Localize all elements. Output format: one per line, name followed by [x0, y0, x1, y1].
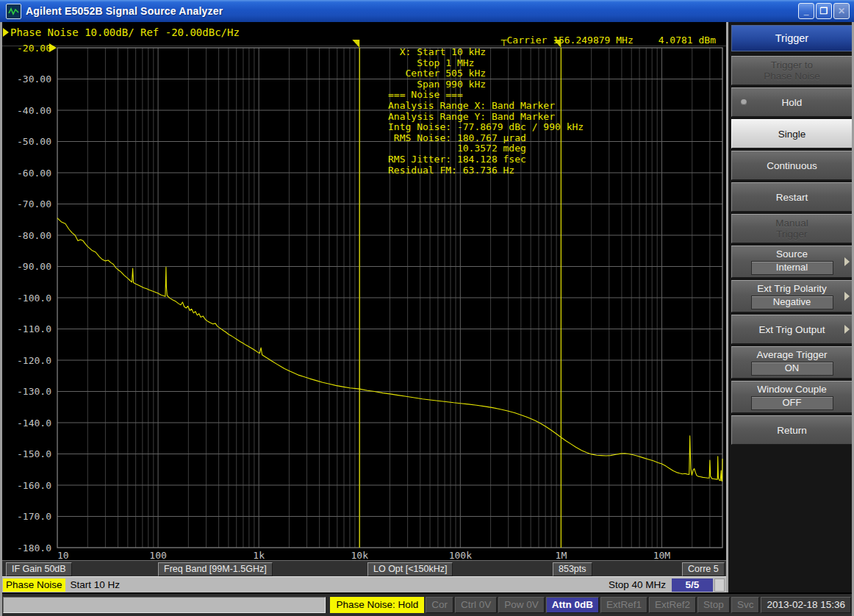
indicator-stop: Stop	[697, 597, 730, 613]
active-dot-icon	[741, 99, 747, 105]
softkey-return[interactable]: Return	[731, 415, 853, 445]
softkey-source[interactable]: SourceInternal	[731, 246, 853, 278]
instrument-screen: Phase Noise 10.00dB/ Ref -20.00dBc/Hz ┬C…	[0, 22, 726, 592]
measurement-status-strip: IF Gain 50dBFreq Band [99M-1.5GHz]LO Opt…	[0, 560, 726, 577]
softkey-average-trigger[interactable]: Average TriggerON	[731, 346, 853, 379]
y-tick-label: -50.00	[17, 136, 51, 147]
ref-level-arrow-icon	[49, 43, 57, 52]
close-button: ✕	[833, 3, 850, 19]
softkey-label: Window Couple	[757, 384, 827, 395]
softkey-trigger-to-phase-noise: Trigger to Phase Noise	[731, 56, 853, 85]
window-controls: _❐✕	[798, 3, 850, 19]
y-tick-label: -80.00	[17, 230, 51, 241]
softkey-restart[interactable]: Restart	[731, 182, 853, 212]
y-tick-label: -30.00	[17, 74, 51, 85]
softkey-manual-trigger: Manual Trigger	[731, 214, 853, 243]
y-tick-label: -70.00	[17, 198, 51, 209]
status-freq-band-99m-1-5ghz: Freq Band [99M-1.5GHz]	[158, 562, 273, 576]
window-edge-left	[0, 22, 2, 616]
status-corre-5: Corre 5	[682, 562, 725, 576]
minimize-button[interactable]: _	[798, 3, 814, 19]
indicator-2013-02-18-15-36: 2013-02-18 15:36	[761, 597, 851, 613]
status-lo-opt-150khz: LO Opt [<150kHz]	[367, 562, 453, 576]
submenu-arrow-icon	[844, 292, 850, 301]
x-tick-label: 100	[149, 550, 166, 561]
indicator-cor: Cor	[426, 597, 453, 613]
x-tick-label: 10k	[351, 550, 368, 561]
softkey-label: Hold	[782, 97, 803, 108]
page-indicator-spacer	[714, 579, 725, 592]
y-tick-label: -170.0	[17, 511, 51, 522]
plot-canvas: -20.00-30.00-40.00-50.00-60.00-70.00-80.…	[0, 24, 726, 563]
active-mode-badge: Phase Noise	[3, 579, 65, 592]
sweep-stop-label: Stop 40 MHz	[609, 579, 666, 590]
y-tick-label: -180.0	[17, 542, 51, 554]
indicator-svc: Svc	[731, 597, 760, 613]
y-tick-label: -130.0	[17, 386, 51, 397]
status-if-gain-50db: IF Gain 50dB	[6, 562, 72, 576]
window-title: Agilent E5052B Signal Source Analyzer	[26, 5, 223, 17]
softkey-label: Manual Trigger	[775, 218, 808, 240]
app-icon	[6, 4, 21, 19]
indicator-ctrl-0v: Ctrl 0V	[455, 597, 497, 613]
window-titlebar: Agilent E5052B Signal Source Analyzer _❐…	[0, 0, 854, 22]
x-tick-label: 100k	[449, 550, 472, 561]
submenu-arrow-icon	[844, 257, 850, 266]
softkey-value: OFF	[751, 396, 833, 410]
y-tick-label: -40.00	[17, 105, 51, 116]
page-indicator: 5/5	[672, 579, 713, 592]
band-marker-band-marker-start-10-khz[interactable]	[352, 40, 359, 548]
sweep-start-label: Start 10 Hz	[71, 579, 121, 590]
phase-noise-plot: -20.00-30.00-40.00-50.00-60.00-70.00-80.…	[0, 24, 726, 563]
x-tick-label: 1M	[556, 550, 567, 561]
submenu-arrow-icon	[844, 325, 850, 334]
softkey-menu: Trigger Trigger to Phase NoiseHoldSingle…	[726, 22, 854, 592]
softkey-label: Trigger to Phase Noise	[764, 60, 820, 82]
status-taskbar: Phase Noise: HoldCorCtrl 0VPow 0VAttn 0d…	[0, 594, 854, 616]
indicator-extref2: ExtRef2	[649, 597, 696, 613]
softkey-ext-trig-output[interactable]: Ext Trig Output	[731, 315, 853, 344]
softkey-label: Ext Trig Output	[758, 324, 825, 335]
softkey-label: Return	[777, 425, 807, 436]
y-tick-label: -140.0	[17, 418, 51, 429]
softkey-label: Continuous	[767, 160, 817, 171]
x-tick-label: 10	[57, 550, 69, 561]
status-853pts: 853pts	[553, 562, 592, 576]
indicator-extref1: ExtRef1	[600, 597, 647, 613]
y-tick-label: -120.0	[17, 355, 51, 366]
restore-button[interactable]: ❐	[816, 3, 832, 19]
noise-analysis-text: X: Start 10 kHz Stop 1 MHz Center 505 kH…	[388, 47, 584, 176]
softkey-label: Ext Trig Polarity	[757, 283, 827, 294]
softkey-ext-trig-polarity[interactable]: Ext Trig PolarityNegative	[731, 280, 853, 312]
softkey-label: Source	[776, 248, 808, 259]
softkey-window-couple[interactable]: Window CoupleOFF	[731, 381, 853, 413]
x-tick-label: 1k	[253, 550, 265, 561]
softkey-hold[interactable]: Hold	[731, 87, 853, 117]
indicator-attn-0db: Attn 0dB	[546, 597, 599, 613]
x-tick-label: 10M	[653, 550, 671, 561]
softkey-label: Average Trigger	[757, 349, 828, 360]
y-tick-label: -60.00	[17, 168, 51, 179]
softkey-value: Internal	[751, 261, 833, 275]
y-tick-label: -110.0	[17, 323, 51, 334]
softkey-label: Single	[778, 129, 806, 140]
softkey-single[interactable]: Single	[731, 119, 853, 148]
softkey-continuous[interactable]: Continuous	[731, 151, 853, 180]
softkey-value: Negative	[751, 296, 833, 309]
softkey-label: Restart	[776, 192, 808, 203]
y-tick-label: -90.00	[17, 261, 51, 272]
sweep-range-bar: Phase Noise Start 10 Hz Stop 40 MHz 5/5	[0, 576, 728, 592]
softkey-value: ON	[751, 362, 833, 376]
message-area	[3, 597, 326, 613]
y-tick-label: -160.0	[17, 480, 51, 491]
indicator-pow-0v: Pow 0V	[498, 597, 545, 613]
y-tick-label: -20.00	[17, 43, 51, 54]
y-tick-label: -100.0	[17, 293, 51, 304]
softkey-menu-title: Trigger	[731, 25, 853, 51]
indicator-phase-noise-hold: Phase Noise: Hold	[330, 597, 424, 613]
y-tick-label: -150.0	[17, 448, 51, 459]
